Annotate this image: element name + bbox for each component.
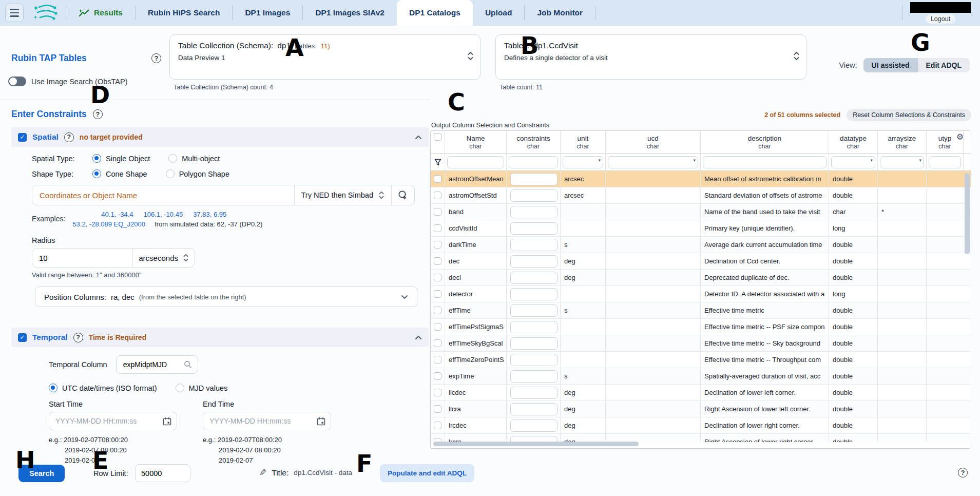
- row-checkbox[interactable]: [434, 422, 441, 429]
- horizontal-scrollbar[interactable]: [433, 442, 960, 447]
- row-checkbox[interactable]: [434, 257, 441, 265]
- column-header-datatype[interactable]: datatypechar: [829, 131, 878, 153]
- help-icon[interactable]: ?: [93, 109, 103, 119]
- end-time-input[interactable]: [208, 416, 306, 426]
- view-edit-adql-button[interactable]: Edit ADQL: [918, 58, 970, 72]
- radio-polygon-shape[interactable]: [166, 169, 175, 178]
- table-selector[interactable]: Tables: dp1.CcdVisit Defines a single de…: [495, 34, 806, 80]
- row-limit-input[interactable]: [135, 464, 190, 482]
- help-icon[interactable]: ?: [958, 468, 968, 478]
- row-checkbox[interactable]: [434, 175, 441, 183]
- row-checkbox[interactable]: [434, 339, 441, 347]
- filter-utype-input[interactable]: [929, 156, 961, 168]
- row-checkbox[interactable]: [434, 224, 441, 232]
- row-constraint-input[interactable]: [510, 321, 558, 333]
- resolver-select[interactable]: Try NED then Simbad: [294, 185, 391, 205]
- search-target-icon[interactable]: [391, 185, 414, 205]
- table-row[interactable]: decl deg Deprecated duplicate of dec. do…: [431, 270, 971, 286]
- table-row[interactable]: effTimePsfSigmaS Effective time metric -…: [431, 319, 971, 335]
- radio-single-object[interactable]: [92, 154, 101, 163]
- row-checkbox[interactable]: [434, 307, 441, 314]
- table-row[interactable]: lrcra deg Right Ascension of lower right…: [431, 434, 971, 442]
- filter-arraysize-select[interactable]: [880, 156, 924, 168]
- calendar-icon[interactable]: [163, 417, 171, 426]
- example-link[interactable]: 37.83, 6.95: [193, 211, 226, 218]
- radio-utc-format[interactable]: [49, 384, 57, 392]
- table-row[interactable]: detector Detector ID. A detector associa…: [431, 286, 971, 302]
- search-button[interactable]: Search: [18, 465, 65, 482]
- tab-job-monitor[interactable]: Job Monitor: [525, 0, 595, 26]
- table-row[interactable]: effTime s Effective time metric double: [431, 302, 971, 319]
- column-header-ucd[interactable]: ucdchar: [606, 131, 701, 153]
- table-row[interactable]: astromOffsetStd arcsec Standard deviatio…: [431, 187, 971, 204]
- radio-cone-shape[interactable]: [92, 169, 101, 178]
- image-search-toggle[interactable]: [8, 77, 26, 86]
- vertical-scrollbar-thumb[interactable]: [965, 173, 970, 254]
- table-row[interactable]: darkTime s Average dark current accumula…: [431, 237, 971, 253]
- example-link[interactable]: 53.2, -28.089 EQ_J2000: [72, 220, 145, 228]
- table-row[interactable]: dec deg Declination of Ccd center. doubl…: [431, 253, 971, 270]
- row-checkbox[interactable]: [434, 405, 441, 413]
- radius-input[interactable]: [32, 249, 132, 267]
- row-checkbox[interactable]: [434, 208, 441, 216]
- filter-ucd-select[interactable]: [608, 156, 698, 168]
- help-icon[interactable]: ?: [64, 132, 74, 142]
- row-constraint-input[interactable]: [510, 304, 558, 317]
- row-checkbox[interactable]: [434, 389, 441, 396]
- help-icon[interactable]: ?: [73, 333, 83, 342]
- example-link[interactable]: 40.1, -34.4: [101, 211, 133, 218]
- table-row[interactable]: ccdVisitId Primary key (unique identifie…: [431, 220, 971, 237]
- calendar-icon[interactable]: [317, 417, 325, 426]
- collapse-chevron-up-icon[interactable]: [415, 335, 422, 340]
- row-constraint-input[interactable]: [510, 272, 558, 284]
- row-constraint-input[interactable]: [510, 173, 558, 185]
- magnifier-icon[interactable]: [184, 360, 192, 369]
- firefly-logo[interactable]: [32, 3, 59, 23]
- column-header-description[interactable]: descriptionchar: [701, 131, 829, 153]
- column-header-unit[interactable]: unitchar: [561, 131, 606, 153]
- row-constraint-input[interactable]: [510, 387, 558, 399]
- example-link[interactable]: 106.1, -10.45: [144, 211, 183, 218]
- row-constraint-input[interactable]: [510, 189, 558, 202]
- filter-datatype-select[interactable]: [831, 156, 875, 168]
- row-constraint-input[interactable]: [510, 239, 558, 251]
- tab-results[interactable]: Results: [66, 0, 135, 26]
- tab-dp1-images[interactable]: DP1 Images: [233, 0, 302, 26]
- vertical-scrollbar[interactable]: [964, 172, 970, 440]
- populate-adql-button[interactable]: Populate and edit ADQL: [380, 464, 474, 482]
- logout-button[interactable]: Logout: [926, 14, 955, 24]
- column-header-constraints[interactable]: constraintschar: [507, 131, 561, 153]
- table-row[interactable]: llcra deg Right Ascension of lower left …: [431, 401, 971, 417]
- tab-upload[interactable]: Upload: [473, 0, 525, 26]
- table-row[interactable]: llcdec deg Declination of lower left cor…: [431, 385, 971, 401]
- row-checkbox[interactable]: [434, 274, 441, 281]
- row-checkbox[interactable]: [434, 356, 441, 364]
- radius-unit-select[interactable]: arcseconds: [132, 249, 195, 267]
- schema-selector[interactable]: Table Collection (Schema): dp1 (tables: …: [169, 34, 481, 80]
- select-all-checkbox[interactable]: [434, 133, 441, 141]
- row-constraint-input[interactable]: [510, 337, 558, 350]
- temporal-checkbox[interactable]: ✓: [18, 333, 27, 342]
- tab-dp1-images-siav2[interactable]: DP1 Images SIAv2: [303, 0, 397, 26]
- coordinates-input[interactable]: [32, 185, 294, 205]
- table-row[interactable]: effTimeSkyBgScal Effective time metric -…: [431, 335, 971, 352]
- row-constraint-input[interactable]: [510, 419, 558, 432]
- row-checkbox[interactable]: [434, 241, 441, 249]
- temporal-column-input[interactable]: [122, 360, 179, 369]
- filter-constraints-input[interactable]: [509, 156, 558, 168]
- row-checkbox[interactable]: [434, 192, 441, 199]
- spatial-checkbox[interactable]: ✓: [18, 133, 27, 142]
- filter-funnel-icon[interactable]: [434, 159, 441, 166]
- view-ui-assisted-button[interactable]: UI assisted: [863, 58, 918, 72]
- filter-description-input[interactable]: [703, 156, 827, 168]
- row-checkbox[interactable]: [434, 323, 441, 331]
- start-time-input[interactable]: [54, 416, 152, 426]
- row-constraint-input[interactable]: [510, 370, 558, 383]
- table-row[interactable]: lrcdec deg Declination of lower right co…: [431, 417, 971, 434]
- tab-rubin-hips-search[interactable]: Rubin HiPS Search: [136, 0, 232, 26]
- table-row[interactable]: expTime s Spatially-averaged duration of…: [431, 368, 971, 385]
- tab-dp1-catalogs[interactable]: DP1 Catalogs: [397, 0, 473, 26]
- horizontal-scrollbar-thumb[interactable]: [433, 442, 639, 446]
- filter-unit-select[interactable]: [563, 156, 603, 168]
- column-header-name[interactable]: Namechar: [445, 131, 507, 153]
